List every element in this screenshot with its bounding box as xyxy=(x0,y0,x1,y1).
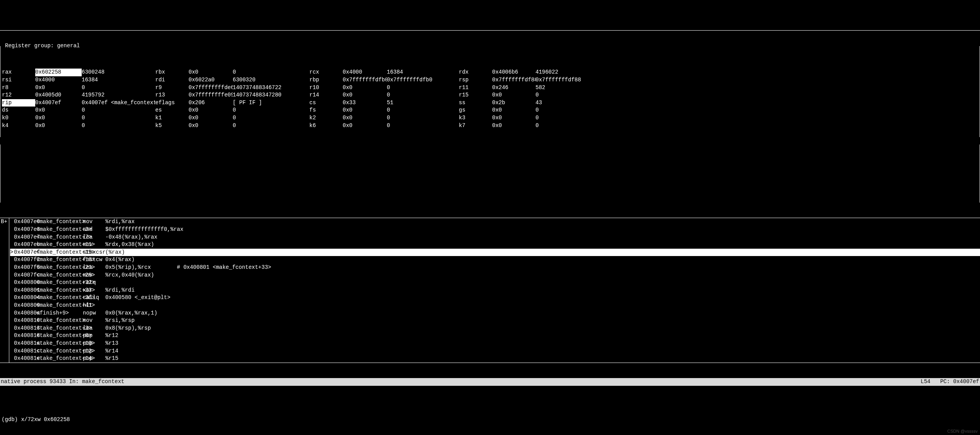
reg-cell: 0x6022a0 xyxy=(189,76,233,84)
asm-mark xyxy=(10,218,14,226)
asm-row[interactable]: 0x40080a<finish+9>nopw0x0(%rax,%rax,1) xyxy=(10,309,980,317)
asm-row[interactable]: 0x400809<make_fcontext+41>hlt xyxy=(10,302,980,309)
asm-op: pop xyxy=(83,355,105,363)
asm-addr: 0x4007e3 xyxy=(14,226,36,234)
reg-cell: k3 xyxy=(459,114,492,122)
asm-row[interactable]: 0x40081a<take_fcontext+10>pop%r13 xyxy=(10,340,980,347)
asm-op: mov xyxy=(83,272,105,279)
reg-cell: 0x0 xyxy=(189,114,233,122)
asm-row[interactable]: 0x4007f2<make_fcontext+18>fnstcw0x4(%rax… xyxy=(10,256,980,264)
reg-cell: 0x246 xyxy=(492,84,535,92)
reg-cell: 0x7fffffffdf88 xyxy=(535,76,582,84)
asm-addr: 0x4007eb xyxy=(14,241,36,249)
reg-cell: 43 xyxy=(535,99,582,107)
reg-cell: 0x0 xyxy=(343,91,387,99)
reg-cell: 0x7ffffffffde62 xyxy=(189,84,233,92)
asm-addr: 0x400804 xyxy=(14,294,36,302)
reg-cell: rbp xyxy=(309,76,343,84)
asm-addr: 0x400800 xyxy=(14,279,36,287)
asm-lines[interactable]: 0x4007e0<make_fcontext>mov%rdi,%rax0x400… xyxy=(9,218,980,362)
reg-cell: k2 xyxy=(309,114,343,122)
reg-cell: k5 xyxy=(155,122,189,130)
reg-cell: 0x0 xyxy=(343,84,387,92)
asm-row[interactable]: 0x400801<make_fcontext+33>xor%rdi,%rdi xyxy=(10,287,980,294)
asm-mark xyxy=(10,264,14,272)
reg-cell: 0 xyxy=(535,122,582,130)
asm-row[interactable]: 0x400804<make_fcontext+36>callq0x400580 … xyxy=(10,294,980,302)
asm-args: 0x5(%rip),%rcx # 0x400801 <make_fcontext… xyxy=(105,264,221,272)
reg-cell: k6 xyxy=(309,122,343,130)
asm-op: xor xyxy=(83,287,105,294)
watermark: CSDN @vssssv xyxy=(947,428,978,434)
reg-cell: 140737488346722 xyxy=(233,84,309,92)
reg-cell: 0x4007ef <make_fcontext+15> xyxy=(82,99,155,107)
asm-op: pop xyxy=(83,340,105,347)
asm-args: 0x4(%rax) xyxy=(105,256,221,264)
reg-cell: k0 xyxy=(2,114,35,122)
asm-sym: <make_fcontext+7> xyxy=(36,234,83,241)
reg-cell: 0 xyxy=(387,107,459,114)
reg-cell: 0x4005d0 xyxy=(35,91,82,99)
reg-cell: 0x206 xyxy=(189,99,233,107)
registers-panel: Register group: general rax0x60225863002… xyxy=(0,46,980,137)
reg-cell: 0x7fffffffdf88 xyxy=(492,76,535,84)
reg-cell: 0x0 xyxy=(492,114,535,122)
asm-mark xyxy=(10,241,14,249)
asm-addr: 0x400813 xyxy=(14,325,36,332)
reg-cell: 0x4006b6 xyxy=(492,69,535,76)
reg-cell: 0x0 xyxy=(189,69,233,76)
reg-cell: 0 xyxy=(387,84,459,92)
top-border xyxy=(0,30,980,31)
asm-row[interactable]: 0x40081c<take_fcontext+12>pop%r14 xyxy=(10,347,980,355)
asm-addr: 0x4007ef xyxy=(14,249,36,256)
reg-cell: 0x0 xyxy=(189,122,233,130)
asm-row[interactable]: 0x400818<take_fcontext+8>pop%r12 xyxy=(10,332,980,340)
asm-mark xyxy=(10,340,14,347)
asm-args xyxy=(105,302,221,309)
reg-cell: r8 xyxy=(2,84,35,92)
asm-op: nopw xyxy=(83,309,105,317)
reg-cell: fs xyxy=(309,107,343,114)
reg-cell: 0x0 xyxy=(343,122,387,130)
asm-row[interactable]: 0x4007e3<make_fcontext+3>and$0xfffffffff… xyxy=(10,226,980,234)
reg-cell: 0x0 xyxy=(492,122,535,130)
asm-row[interactable]: 0x400810<take_fcontext>mov%rsi,%rsp xyxy=(10,317,980,325)
disassembly-panel: B+ 0x4007e0<make_fcontext>mov%rdi,%rax0x… xyxy=(0,218,980,363)
reg-cell: 0x0 xyxy=(35,114,82,122)
reg-cell: rax xyxy=(2,69,35,76)
asm-row[interactable]: 0x4007eb<make_fcontext+11>mov%rdx,0x38(%… xyxy=(10,241,980,249)
reg-cell: 0x33 xyxy=(343,99,387,107)
asm-row[interactable]: 0x4007f5<make_fcontext+21>lea0x5(%rip),%… xyxy=(10,264,980,272)
asm-addr: 0x40081e xyxy=(14,355,36,363)
asm-sym: <make_fcontext+11> xyxy=(36,241,83,249)
asm-row[interactable]: 0x4007fc<make_fcontext+28>mov%rcx,0x40(%… xyxy=(10,272,980,279)
reg-cell: 0 xyxy=(387,122,459,130)
asm-op: stmxcsr xyxy=(83,249,105,256)
reg-cell: 0x602258 xyxy=(35,69,82,76)
reg-cell: 0 xyxy=(233,114,309,122)
asm-addr: 0x400801 xyxy=(14,287,36,294)
reg-cell: 0x0 xyxy=(343,114,387,122)
reg-cell: 582 xyxy=(535,84,582,92)
reg-cell: 0x2b xyxy=(492,99,535,107)
asm-sym: <take_fcontext+8> xyxy=(36,332,83,340)
asm-row[interactable]: 0x400800<make_fcontext+32>retq xyxy=(10,279,980,287)
reg-cell: 140737488347280 xyxy=(233,91,309,99)
asm-mark xyxy=(10,309,14,317)
reg-cell: 0x4000 xyxy=(343,69,387,76)
asm-addr: 0x4007f2 xyxy=(14,256,36,264)
asm-row[interactable]: >0x4007ef<make_fcontext+15>stmxcsr(%rax) xyxy=(10,249,980,256)
asm-row[interactable]: 0x400813<take_fcontext+3>lea0x8(%rsp),%r… xyxy=(10,325,980,332)
asm-mark xyxy=(10,317,14,325)
asm-op: pop xyxy=(83,347,105,355)
asm-addr: 0x400810 xyxy=(14,317,36,325)
asm-row[interactable]: 0x4007e7<make_fcontext+7>lea-0x48(%rax),… xyxy=(10,234,980,241)
asm-mark xyxy=(10,272,14,279)
asm-op: pop xyxy=(83,332,105,340)
reg-cell: r10 xyxy=(309,84,343,92)
reg-cell: 0 xyxy=(535,91,582,99)
reg-cell: k7 xyxy=(459,122,492,130)
asm-mark xyxy=(10,302,14,309)
asm-row[interactable]: 0x40081e<take_fcontext+14>pop%r15 xyxy=(10,355,980,363)
asm-row[interactable]: 0x4007e0<make_fcontext>mov%rdi,%rax xyxy=(10,218,980,226)
